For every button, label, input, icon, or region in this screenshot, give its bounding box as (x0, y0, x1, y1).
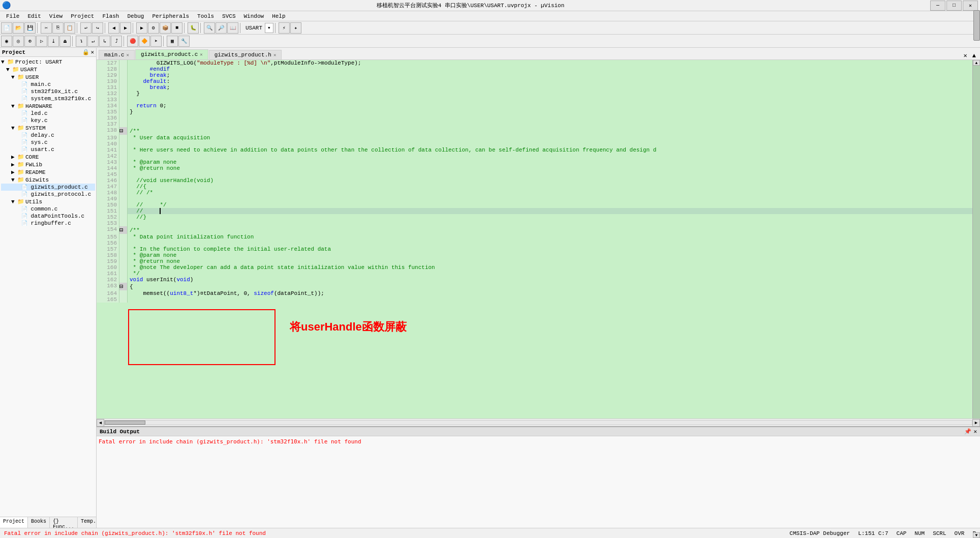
tb-fopen[interactable]: 🔍 (204, 22, 215, 34)
tree-file-system[interactable]: 📄 system_stm32f10x.c (1, 95, 95, 102)
tb-cut[interactable]: ✂ (41, 22, 52, 34)
tree-file-led[interactable]: 📄 led.c (1, 110, 95, 117)
tb2-15[interactable]: 🔧 (178, 36, 190, 47)
hscroll-track[interactable] (104, 420, 972, 425)
code-scroll-area[interactable]: 127 GIZWITS_LOG("moduleType : [%d] \n",p… (97, 60, 972, 419)
target-dropdown[interactable]: ▾ (265, 23, 273, 33)
tb-paste[interactable]: 📋 (64, 22, 75, 34)
tab-expand-btn[interactable]: ▲ (970, 52, 978, 59)
close-button[interactable]: ✕ (963, 1, 978, 11)
tree-gizwits[interactable]: ▼ 📁 Gizwits (1, 176, 95, 184)
tb-new[interactable]: 📄 (1, 22, 12, 34)
tb-fwd[interactable]: ▶ (120, 22, 131, 34)
tb-undo[interactable]: ↩ (80, 22, 91, 34)
tb-opt2[interactable]: ✦ (290, 22, 301, 34)
tree-file-main[interactable]: 📄 main.c (1, 81, 95, 88)
menu-flash[interactable]: Flash (98, 12, 123, 20)
tb2-12[interactable]: 🔶 (139, 36, 150, 47)
tree-file-key[interactable]: 📄 key.c (1, 117, 95, 124)
tb-batchbuild[interactable]: 📦 (160, 22, 171, 34)
tree-readme[interactable]: ▶ 📁 README (1, 168, 95, 176)
project-close-icon[interactable]: ✕ (90, 49, 94, 55)
tb2-9[interactable]: ↳ (99, 36, 110, 47)
tree-root[interactable]: ▼ 📁 Project: USART (1, 58, 95, 66)
tb2-2[interactable]: ◎ (13, 36, 24, 47)
tree-file-usart[interactable]: 📄 usart.c (1, 146, 95, 153)
tree-hardware[interactable]: ▼ 📁 HARDWARE (1, 102, 95, 110)
hscroll-left[interactable]: ◀ (97, 419, 104, 427)
tb2-10[interactable]: ⤴ (111, 36, 122, 47)
project-lock-icon[interactable]: 🔒 (82, 49, 89, 55)
tb-grep[interactable]: 📖 (227, 22, 238, 34)
tree-file-delay[interactable]: 📄 delay.c (1, 132, 95, 139)
proj-tab-project[interactable]: Project (0, 517, 28, 528)
tree-file-gizprod[interactable]: 📄 gizwits_product.c (1, 184, 95, 191)
tb-rebuild[interactable]: ⚙ (148, 22, 159, 34)
hscroll-right[interactable]: ▶ (972, 419, 980, 427)
tb2-14[interactable]: ▦ (167, 36, 178, 47)
menu-file[interactable]: File (2, 12, 23, 20)
menu-edit[interactable]: Edit (23, 12, 45, 20)
tree-file-stm32it[interactable]: 📄 stm32f10x_it.c (1, 88, 95, 95)
tree-usart[interactable]: ▼ 📁 USART (1, 66, 95, 73)
tb-open[interactable]: 📂 (13, 22, 24, 34)
hscroll-thumb[interactable] (105, 421, 145, 425)
maximize-button[interactable]: □ (946, 1, 962, 11)
hscrollbar[interactable]: ◀ ▶ (97, 419, 980, 426)
tb-debug[interactable]: 🐛 (188, 22, 199, 34)
line-marker-137 (119, 121, 128, 127)
scroll-up-btn[interactable]: ▲ (973, 60, 980, 66)
tree-fwlib[interactable]: ▶ 📁 FWLib (1, 161, 95, 168)
menu-view[interactable]: View (45, 12, 67, 20)
proj-tab-books[interactable]: Books (28, 517, 50, 528)
tree-toggle-root[interactable]: ▼ (1, 59, 6, 65)
tb2-1[interactable]: ◉ (1, 36, 12, 47)
code-line-154: 154 ⊟ /** (97, 226, 972, 234)
tree-file-sys[interactable]: 📄 sys.c (1, 139, 95, 146)
tb2-6[interactable]: ⏏ (59, 36, 71, 47)
tb2-3[interactable]: ⊕ (24, 36, 36, 47)
tree-system[interactable]: ▼ 📁 SYSTEM (1, 124, 95, 132)
tree-file-dpt[interactable]: 📄 dataPointTools.c (1, 213, 95, 220)
tree-file-common[interactable]: 📄 common.c (1, 205, 95, 213)
tb-save[interactable]: 💾 (24, 22, 36, 34)
menu-debug[interactable]: Debug (123, 12, 148, 20)
tree-file-gizprot[interactable]: 📄 gizwits_protocol.c (1, 191, 95, 198)
tb-stop[interactable]: ■ (171, 22, 182, 34)
menu-project[interactable]: Project (67, 12, 98, 20)
proj-tab-temp[interactable]: Temp... (78, 517, 97, 528)
tb2-4[interactable]: ▷ (36, 36, 47, 47)
menu-help[interactable]: Help (268, 12, 289, 20)
tb2-7[interactable]: ↴ (76, 36, 87, 47)
tab-close-btn[interactable]: ✕ (962, 52, 969, 59)
minimize-button[interactable]: — (930, 1, 945, 11)
tree-core[interactable]: ▶ 📁 CORE (1, 153, 95, 161)
editor-tab-gizprod-close[interactable]: ✕ (200, 52, 202, 57)
menu-svcs[interactable]: SVCS (218, 12, 239, 20)
menu-window[interactable]: Window (240, 12, 268, 20)
tree-file-ring[interactable]: 📄 ringbuffer.c (1, 220, 95, 227)
menu-tools[interactable]: Tools (193, 12, 218, 20)
tb2-13[interactable]: ➤ (150, 36, 162, 47)
tb-redo[interactable]: ↪ (92, 22, 103, 34)
editor-tab-main[interactable]: main.c ✕ (99, 50, 135, 59)
menu-peripherals[interactable]: Peripherals (148, 12, 193, 20)
build-pin-icon[interactable]: 📌 (964, 428, 971, 435)
tree-utils[interactable]: ▼ 📁 Utils (1, 198, 95, 205)
tb2-8[interactable]: ↵ (87, 36, 99, 47)
tb-back[interactable]: ◀ (108, 22, 119, 34)
tb2-11[interactable]: 🔴 (127, 36, 138, 47)
tb-opt1[interactable]: ⚡ (279, 22, 290, 34)
editor-tab-gizprodh[interactable]: gizwits_product.h ✕ (209, 50, 282, 59)
editor-tab-gizprodh-close[interactable]: ✕ (273, 52, 276, 58)
tb-copy[interactable]: ⎘ (52, 22, 64, 34)
tb2-5[interactable]: ⤓ (48, 36, 59, 47)
editor-tab-gizprod[interactable]: gizwits_product.c ✕ (135, 49, 208, 59)
tree-user[interactable]: ▼ 📁 USER (1, 73, 95, 81)
tb-find[interactable]: 🔎 (216, 22, 227, 34)
editor-right-scrollbar[interactable]: ▲ ▼ (972, 60, 980, 419)
build-close-icon[interactable]: ✕ (973, 428, 977, 435)
tb-build[interactable]: ▶ (136, 22, 147, 34)
editor-tab-main-close[interactable]: ✕ (127, 52, 129, 58)
proj-tab-func[interactable]: {} Func... (50, 517, 78, 528)
